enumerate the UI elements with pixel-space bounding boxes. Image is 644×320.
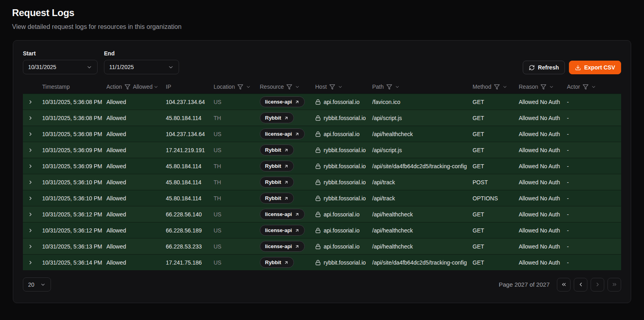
host-value: rybbit.fossorial.io: [324, 179, 366, 185]
resource-badge[interactable]: license-api: [260, 209, 305, 220]
resource-badge[interactable]: Rybbit: [260, 112, 294, 123]
table-row[interactable]: 10/31/2025, 5:36:08 PM Allowed 45.80.184…: [23, 110, 621, 126]
resource-badge[interactable]: Rybbit: [260, 145, 294, 155]
action-filter-value[interactable]: Allowed: [133, 84, 159, 90]
filter-icon[interactable]: [540, 84, 546, 90]
chevron-right-icon: [595, 281, 601, 287]
arrow-up-right-icon: [284, 148, 289, 153]
request-logs-table: Timestamp Action Allowed IP Location: [23, 80, 621, 291]
next-page-button[interactable]: [591, 278, 604, 291]
action-cell: Allowed: [106, 259, 166, 266]
page-size-select[interactable]: 20: [23, 277, 51, 291]
table-row[interactable]: 10/31/2025, 5:36:12 PM Allowed 66.228.56…: [23, 206, 621, 222]
method-cell: GET: [473, 259, 519, 266]
filter-icon[interactable]: [386, 84, 392, 90]
chevron-down-icon[interactable]: [246, 84, 251, 90]
actor-cell: -: [567, 243, 621, 250]
reason-cell: Allowed No Auth: [519, 99, 567, 105]
expand-row-button[interactable]: [26, 210, 35, 219]
resource-badge[interactable]: license-api: [260, 241, 305, 252]
resource-badge[interactable]: license-api: [260, 128, 305, 139]
header-reason: Reason: [519, 84, 567, 90]
previous-page-button[interactable]: [574, 278, 587, 291]
method-cell: GET: [473, 115, 519, 121]
expand-row-button[interactable]: [26, 162, 35, 171]
arrow-up-right-icon: [284, 196, 289, 201]
chevron-down-icon[interactable]: [395, 84, 400, 90]
export-csv-button[interactable]: Export CSV: [569, 61, 621, 74]
filter-icon[interactable]: [494, 84, 500, 90]
resource-badge[interactable]: Rybbit: [260, 257, 294, 268]
chevron-right-icon: [28, 163, 33, 169]
filter-icon[interactable]: [286, 84, 292, 90]
resource-badge[interactable]: license-api: [260, 96, 305, 107]
resource-badge[interactable]: Rybbit: [260, 193, 294, 204]
chevron-down-icon[interactable]: [295, 84, 300, 90]
table-row[interactable]: 10/31/2025, 5:36:10 PM Allowed 45.80.184…: [23, 190, 621, 206]
chevron-down-icon[interactable]: [502, 84, 507, 90]
resource-badge[interactable]: Rybbit: [260, 161, 294, 171]
chevron-down-icon[interactable]: [338, 84, 343, 90]
table-footer: 20 Page 2027 of 2027: [23, 277, 621, 291]
expand-row-button[interactable]: [26, 178, 35, 187]
host-cell: rybbit.fossorial.io: [315, 147, 372, 153]
resource-cell: Rybbit: [260, 257, 315, 268]
chevron-down-icon[interactable]: [591, 84, 596, 90]
start-date-field: Start 10/31/2025: [23, 50, 101, 74]
table-row[interactable]: 10/31/2025, 5:36:14 PM Allowed 17.241.75…: [23, 254, 621, 270]
timestamp-cell: 10/31/2025, 5:36:10 PM: [42, 179, 106, 185]
action-cell: Allowed: [106, 227, 166, 234]
host-cell: rybbit.fossorial.io: [315, 163, 372, 169]
filter-icon[interactable]: [237, 84, 243, 90]
timestamp-cell: 10/31/2025, 5:36:09 PM: [42, 163, 106, 169]
resource-badge[interactable]: Rybbit: [260, 177, 294, 188]
header-timestamp-label: Timestamp: [42, 84, 70, 90]
header-resource: Resource: [260, 84, 315, 90]
resource-badge-label: Rybbit: [265, 147, 281, 153]
table-row[interactable]: 10/31/2025, 5:36:10 PM Allowed 45.80.184…: [23, 174, 621, 190]
reason-cell: Allowed No Auth: [519, 115, 567, 121]
table-row[interactable]: 10/31/2025, 5:36:08 PM Allowed 104.237.1…: [23, 94, 621, 110]
last-page-button[interactable]: [607, 278, 621, 291]
reason-cell: Allowed No Auth: [519, 243, 567, 250]
header-path-label: Path: [372, 84, 384, 90]
expand-row-button[interactable]: [26, 114, 35, 122]
filter-icon[interactable]: [329, 84, 335, 90]
page-size-value: 20: [28, 281, 35, 288]
end-date-label: End: [104, 50, 179, 57]
resource-cell: license-api: [260, 209, 315, 220]
start-date-select[interactable]: 10/31/2025: [23, 60, 98, 74]
filter-icon[interactable]: [583, 84, 589, 90]
expand-row-button[interactable]: [26, 98, 35, 106]
expand-row-button[interactable]: [26, 258, 35, 267]
table-row[interactable]: 10/31/2025, 5:36:12 PM Allowed 66.228.56…: [23, 222, 621, 238]
expand-row-button[interactable]: [26, 242, 35, 251]
chevron-right-icon: [28, 260, 33, 265]
path-cell: /api/healthcheck: [372, 131, 473, 137]
expand-cell: [23, 258, 42, 267]
table-row[interactable]: 10/31/2025, 5:36:09 PM Allowed 45.80.184…: [23, 158, 621, 174]
refresh-button[interactable]: Refresh: [523, 61, 565, 74]
first-page-button[interactable]: [557, 278, 571, 291]
chevron-down-icon[interactable]: [549, 84, 554, 90]
location-cell: US: [214, 211, 260, 218]
resource-badge[interactable]: license-api: [260, 225, 305, 236]
path-cell: /api/site/da4fb64dc2d5/tracking-config: [372, 163, 473, 169]
chevron-right-icon: [28, 99, 33, 105]
expand-row-button[interactable]: [26, 146, 35, 155]
location-cell: US: [214, 259, 260, 266]
table-row[interactable]: 10/31/2025, 5:36:08 PM Allowed 104.237.1…: [23, 126, 621, 142]
lock-icon: [315, 212, 321, 217]
table-row[interactable]: 10/31/2025, 5:36:13 PM Allowed 66.228.53…: [23, 238, 621, 254]
reason-cell: Allowed No Auth: [519, 259, 567, 266]
filter-icon[interactable]: [124, 84, 130, 90]
expand-row-button[interactable]: [26, 226, 35, 235]
resource-cell: license-api: [260, 241, 315, 252]
header-ip-label: IP: [166, 84, 171, 90]
table-row[interactable]: 10/31/2025, 5:36:09 PM Allowed 17.241.21…: [23, 142, 621, 158]
expand-row-button[interactable]: [26, 194, 35, 203]
expand-row-button[interactable]: [26, 130, 35, 139]
chevron-down-icon: [40, 282, 46, 287]
ip-cell: 45.80.184.114: [166, 115, 214, 121]
end-date-select[interactable]: 11/1/2025: [104, 60, 179, 74]
